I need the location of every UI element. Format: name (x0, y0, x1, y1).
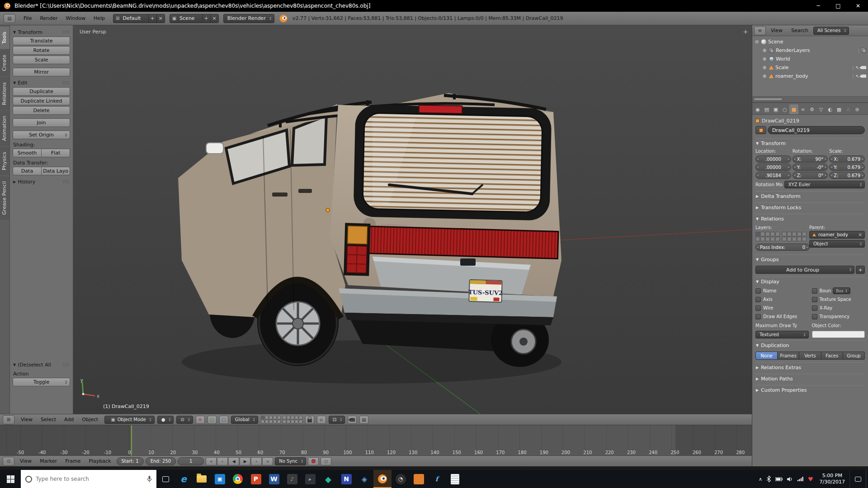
data-button[interactable]: Data (13, 167, 42, 175)
duplication-frames-button[interactable]: Frames (778, 352, 799, 360)
taskbar-search-box[interactable] (21, 470, 156, 488)
taskbar-app-blender[interactable] (373, 470, 392, 488)
screen-layout-selector[interactable]: ⊞ Default + × (113, 14, 165, 23)
tab-animation[interactable]: Animation (0, 111, 9, 146)
taskbar-app-store[interactable]: ▣ (211, 470, 229, 488)
motion-paths-section-header[interactable]: ▶Motion Paths (755, 374, 865, 383)
constraints-tab[interactable]: ∞ (798, 104, 807, 114)
tab-create[interactable]: Create (0, 50, 9, 76)
battery-icon[interactable] (775, 477, 783, 481)
tab-physics[interactable]: Physics (0, 147, 9, 175)
pass-index-field[interactable]: Pass Index:0 (755, 244, 810, 251)
add-to-group-button[interactable]: Add to Group (755, 266, 854, 274)
outliner-search-menu[interactable]: Search (788, 26, 812, 35)
taskbar-app-edge[interactable]: e (175, 470, 193, 488)
action-center-button[interactable] (849, 470, 866, 488)
outliner-item-world[interactable]: ⊕World (754, 55, 866, 63)
start-button[interactable] (0, 470, 21, 488)
object-data-tab[interactable]: ▽ (816, 104, 826, 114)
close-button[interactable]: ✕ (848, 0, 868, 12)
bounds-checkbox[interactable]: Boun (812, 287, 831, 294)
axis-checkbox[interactable]: Axis (755, 296, 809, 303)
rotation-x-field[interactable]: X:90° (793, 155, 828, 163)
transform-panel-header[interactable]: ▼Transform (13, 28, 70, 37)
duplicate-linked-button[interactable]: Duplicate Linked (13, 97, 70, 105)
duplication-faces-button[interactable]: Faces (821, 352, 843, 360)
taskbar-app-notepad-plus[interactable]: N (337, 470, 355, 488)
outliner-item-roamer-body[interactable]: ⊕roamer_body |↖ (754, 72, 866, 80)
custom-properties-section-header[interactable]: ▶Custom Properties (755, 385, 865, 394)
menu-item[interactable]: Window (62, 14, 89, 23)
menu-item[interactable]: File (20, 14, 35, 23)
panel-grip-icon[interactable] (62, 81, 70, 85)
next-keyframe-button[interactable]: › (251, 457, 262, 465)
location-z-field[interactable]: .90184 (755, 172, 791, 179)
history-panel-header[interactable]: ▶History (13, 177, 70, 186)
remove-layout-button[interactable]: × (156, 14, 165, 23)
lock-to-scene-button[interactable] (305, 416, 314, 424)
new-group-plus-button[interactable]: + (856, 266, 865, 274)
manipulator-rotate-button[interactable]: ○ (208, 416, 217, 424)
window-titlebar[interactable]: Blender* [C:\Users\Nick\Documents\BeamNG… (0, 0, 868, 12)
world-tab[interactable]: ○ (780, 104, 789, 114)
jump-to-end-button[interactable]: » (262, 457, 273, 465)
panel-grip-icon[interactable] (62, 30, 70, 34)
duplication-group-button[interactable]: Group (843, 352, 865, 360)
snap-element-dropdown[interactable]: ⊡ (329, 416, 345, 424)
join-button[interactable]: Join (13, 118, 70, 127)
scale-x-field[interactable]: X:0.679 (829, 155, 865, 163)
rotation-y-field[interactable]: Y:-0° (793, 164, 828, 171)
render-tab[interactable]: ◉ (753, 104, 762, 114)
expand-icon[interactable]: ⊕ (762, 56, 767, 61)
taskbar-app-dark-1[interactable]: ♪ (283, 470, 301, 488)
collapse-icon[interactable]: ⊖ (754, 39, 760, 44)
timeline-editor-selector[interactable]: ⊙ (3, 457, 14, 466)
physics-tab[interactable]: ⊚ (853, 104, 862, 114)
expand-icon[interactable]: ⊕ (762, 65, 767, 70)
location-x-field[interactable]: .00000 (755, 155, 791, 163)
taskbar-app-word[interactable]: W (265, 470, 283, 488)
duplication-none-button[interactable]: None (755, 352, 778, 360)
modifiers-tab[interactable]: ⚙ (807, 104, 816, 114)
groups-section-header[interactable]: ▼Groups (755, 254, 865, 264)
tab-tools[interactable]: Tools (0, 27, 9, 49)
taskbar-app-powerpoint[interactable]: P (247, 470, 265, 488)
menu-item[interactable]: Object (78, 415, 102, 424)
taskbar-app-orange[interactable] (410, 470, 428, 488)
taskbar-app-notepad[interactable] (446, 470, 464, 488)
transparency-checkbox[interactable]: Transparency (812, 313, 865, 320)
edit-panel-header[interactable]: ▼Edit (13, 78, 70, 87)
outliner-item-renderlayers[interactable]: ⊕RenderLayers | (754, 46, 866, 55)
3d-viewport[interactable]: TUS-SUV2 User Persp (1) DrawCall_0219 + … (73, 25, 752, 414)
menu-item[interactable]: Add (61, 415, 77, 424)
tab-relations[interactable]: Relations (0, 77, 9, 110)
name-checkbox[interactable]: Name (755, 287, 809, 294)
render-engine-dropdown[interactable]: Blender Render (223, 14, 274, 23)
maximum-draw-type-dropdown[interactable]: Textured (755, 331, 809, 338)
shade-smooth-button[interactable]: Smooth (13, 149, 42, 157)
scene-selector[interactable]: ▣ Scene + × (170, 14, 219, 23)
duplicate-button[interactable]: Duplicate (13, 87, 70, 96)
deselect-panel-header[interactable]: ▼(De)select All (13, 360, 70, 369)
3d-viewport-render[interactable]: TUS-SUV2 (73, 25, 752, 414)
taskbar-clock[interactable]: 5:00 PM 7/30/2017 (818, 473, 847, 486)
object-id-icon-button[interactable] (755, 126, 766, 134)
bluetooth-icon[interactable] (767, 476, 771, 482)
minimize-button[interactable]: ─ (808, 0, 828, 12)
transform-locks-section-header[interactable]: ▶Transform Locks (755, 202, 865, 212)
menu-item[interactable]: Render (36, 14, 61, 23)
tab-grease-pencil[interactable]: Grease Pencil (0, 176, 9, 220)
relations-extras-section-header[interactable]: ▶Relations Extras (755, 362, 865, 372)
translate-button[interactable]: Translate (13, 37, 70, 45)
maximize-button[interactable]: □ (828, 0, 848, 12)
restrict-render-icon[interactable] (861, 75, 866, 78)
info-editor-selector[interactable]: ▤ (4, 14, 15, 23)
timeline-editor[interactable]: -50-40-30-20-100102030405060708090100110… (0, 425, 752, 455)
scene-tab[interactable]: ▣ (771, 104, 780, 114)
scale-button[interactable]: Scale (13, 56, 70, 64)
jump-to-start-button[interactable]: « (206, 457, 217, 465)
task-view-button[interactable] (156, 470, 175, 488)
chevron-up-icon[interactable]: ∧ (759, 476, 762, 482)
region-expand-plus-icon[interactable]: + (743, 28, 748, 35)
rotation-z-field[interactable]: Z:0° (793, 172, 828, 179)
